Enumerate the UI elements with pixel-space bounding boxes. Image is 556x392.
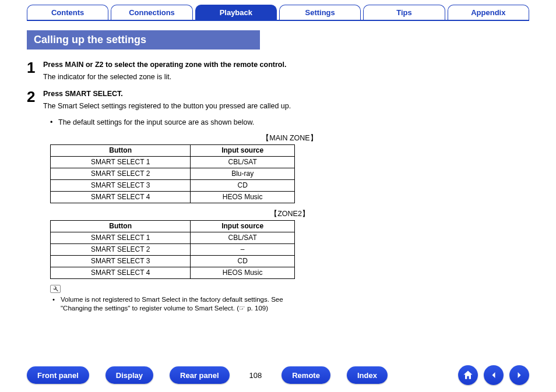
table-cell: SMART SELECT 1 (51, 232, 191, 243)
table-cell: SMART SELECT 3 (51, 179, 191, 191)
table-caption: 【MAIN ZONE】 (50, 133, 529, 143)
smart-select-table: ButtonInput sourceSMART SELECT 1CBL/SATS… (50, 144, 295, 203)
section-title: Calling up the settings (27, 30, 260, 50)
table-wrap: 【MAIN ZONE】ButtonInput sourceSMART SELEC… (50, 133, 529, 203)
step: 2Press SMART SELECT.The Smart Select set… (27, 89, 529, 114)
home-button[interactable] (458, 365, 478, 385)
table-cell: CBL/SAT (191, 156, 295, 168)
step-number: 2 (27, 89, 43, 114)
table-header: Input source (191, 144, 295, 156)
step-subtext: The indicator for the selected zone is l… (43, 72, 370, 82)
table-cell: SMART SELECT 1 (51, 156, 191, 168)
note-box: • Volume is not registered to Smart Sele… (50, 285, 295, 313)
table-row: SMART SELECT 2Blu-ray (51, 168, 295, 179)
step-heading: Press SMART SELECT. (43, 89, 370, 99)
step-heading: Press MAIN or Z2 to select the operating… (43, 60, 370, 70)
index-button[interactable]: Index (347, 366, 388, 384)
tab-appendix[interactable]: Appendix (448, 5, 529, 20)
back-button[interactable] (484, 365, 504, 385)
table-cell: SMART SELECT 2 (51, 168, 191, 179)
front-panel-button[interactable]: Front panel (27, 366, 89, 384)
table-cell: CD (191, 179, 295, 191)
table-cell: SMART SELECT 4 (51, 267, 191, 278)
table-wrap: 【ZONE2】ButtonInput sourceSMART SELECT 1C… (50, 209, 529, 279)
table-row: SMART SELECT 1CBL/SAT (51, 156, 295, 168)
table-cell: SMART SELECT 3 (51, 255, 191, 267)
step-body: Press MAIN or Z2 to select the operating… (43, 60, 370, 84)
default-settings-text: The default settings for the input sourc… (58, 118, 370, 126)
tab-playback[interactable]: Playback (195, 5, 277, 20)
table-caption: 【ZONE2】 (50, 209, 529, 219)
bottom-bar: Front panelDisplayRear panel 108 RemoteI… (0, 365, 556, 385)
tab-underline (27, 20, 529, 21)
bullet-dot: • (52, 295, 61, 313)
forward-button[interactable] (509, 365, 529, 385)
table-header: Button (51, 220, 191, 232)
page-number: 108 (246, 371, 266, 380)
table-row: SMART SELECT 3CD (51, 255, 295, 267)
table-cell: HEOS Music (191, 267, 295, 278)
tab-connections[interactable]: Connections (111, 5, 192, 20)
tables-area: 【MAIN ZONE】ButtonInput sourceSMART SELEC… (27, 133, 529, 279)
step: 1Press MAIN or Z2 to select the operatin… (27, 60, 529, 84)
note-text: Volume is not registered to Smart Select… (61, 295, 295, 313)
table-cell: – (191, 243, 295, 255)
step-subtext: The Smart Select settings registered to … (43, 101, 370, 111)
table-cell: Blu-ray (191, 168, 295, 179)
display-button[interactable]: Display (105, 366, 153, 384)
table-cell: CD (191, 255, 295, 267)
tab-settings[interactable]: Settings (279, 5, 361, 20)
table-row: SMART SELECT 4HEOS Music (51, 267, 295, 278)
table-header: Input source (191, 220, 295, 232)
default-settings-bullet: • The default settings for the input sou… (50, 118, 370, 126)
table-cell: SMART SELECT 4 (51, 191, 191, 203)
table-header: Button (51, 144, 191, 156)
table-row: SMART SELECT 4HEOS Music (51, 191, 295, 203)
tab-contents[interactable]: Contents (27, 5, 108, 20)
table-row: SMART SELECT 2– (51, 243, 295, 255)
table-cell: SMART SELECT 2 (51, 243, 191, 255)
rear-panel-button[interactable]: Rear panel (170, 366, 229, 384)
table-cell: CBL/SAT (191, 232, 295, 243)
tab-tips[interactable]: Tips (363, 5, 445, 20)
bullet-dot: • (50, 118, 58, 126)
remote-button[interactable]: Remote (281, 366, 330, 384)
step-number: 1 (27, 60, 43, 84)
step-body: Press SMART SELECT.The Smart Select sett… (43, 89, 370, 114)
wrench-icon (50, 285, 61, 293)
steps-list: 1Press MAIN or Z2 to select the operatin… (27, 60, 529, 114)
table-row: SMART SELECT 3CD (51, 179, 295, 191)
top-tab-bar: ContentsConnectionsPlaybackSettingsTipsA… (0, 0, 556, 20)
smart-select-table: ButtonInput sourceSMART SELECT 1CBL/SATS… (50, 220, 295, 279)
table-row: SMART SELECT 1CBL/SAT (51, 232, 295, 243)
table-cell: HEOS Music (191, 191, 295, 203)
